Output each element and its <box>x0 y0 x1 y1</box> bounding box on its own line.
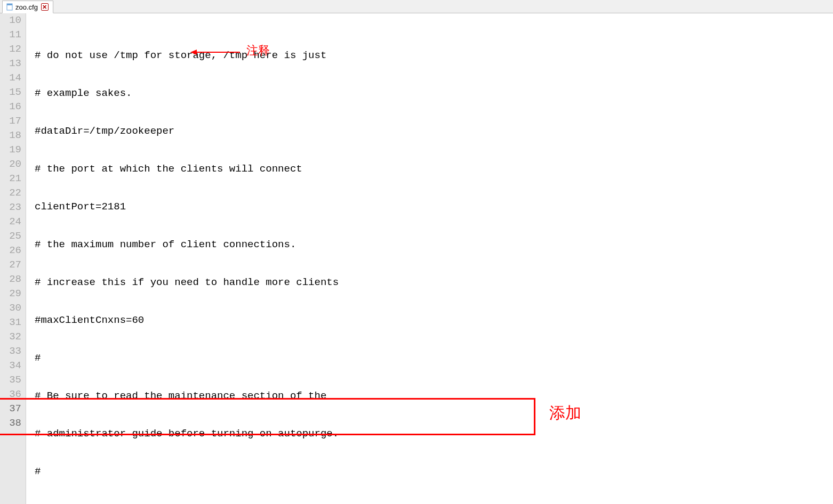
line-number: 26 <box>2 243 21 258</box>
line-number: 32 <box>2 330 21 344</box>
line-number: 17 <box>2 114 21 128</box>
code-line: # example sakes. <box>35 86 833 101</box>
line-number: 35 <box>2 373 21 387</box>
line-number: 20 <box>2 157 21 172</box>
line-number: 25 <box>2 229 21 243</box>
line-number: 30 <box>2 301 21 315</box>
line-number: 28 <box>2 272 21 287</box>
line-number: 21 <box>2 172 21 186</box>
code-line: #maxClientCnxns=60 <box>35 313 833 328</box>
line-number: 18 <box>2 128 21 143</box>
code-line: # administrator guide before turning on … <box>35 427 833 441</box>
code-line: # <box>35 351 833 365</box>
line-number: 10 <box>2 13 21 28</box>
code-editor[interactable]: 10 11 12 13 14 15 16 17 18 19 20 21 22 2… <box>0 13 833 504</box>
line-number: 38 <box>2 416 21 430</box>
line-number: 15 <box>2 85 21 100</box>
line-number: 27 <box>2 258 21 272</box>
code-line: # the maximum number of client connectio… <box>35 238 833 252</box>
file-tab[interactable]: zoo.cfg ✕ <box>2 1 53 13</box>
code-line: #dataDir=/tmp/zookeeper <box>35 124 833 139</box>
line-number: 33 <box>2 344 21 359</box>
line-number: 13 <box>2 56 21 71</box>
line-number: 37 <box>2 402 21 416</box>
close-icon[interactable]: ✕ <box>41 3 49 11</box>
svg-rect-1 <box>7 4 12 5</box>
code-line: # <box>35 465 833 479</box>
code-line: # do not use /tmp for storage, /tmp here… <box>35 48 833 63</box>
code-area[interactable]: # do not use /tmp for storage, /tmp here… <box>26 13 833 504</box>
code-line: # Be sure to read the maintenance sectio… <box>35 389 833 403</box>
line-number: 23 <box>2 200 21 215</box>
line-number: 31 <box>2 315 21 330</box>
line-number: 22 <box>2 186 21 200</box>
code-line: # the port at which the clients will con… <box>35 162 833 176</box>
line-number: 24 <box>2 215 21 229</box>
line-number-gutter: 10 11 12 13 14 15 16 17 18 19 20 21 22 2… <box>0 13 26 504</box>
line-number: 12 <box>2 42 21 56</box>
code-line: clientPort=2181 <box>35 200 833 214</box>
line-number: 14 <box>2 71 21 85</box>
file-icon <box>6 3 13 11</box>
line-number: 19 <box>2 143 21 157</box>
line-number: 11 <box>2 28 21 42</box>
line-number: 36 <box>2 387 21 402</box>
line-number: 29 <box>2 287 21 301</box>
tab-filename: zoo.cfg <box>15 3 38 11</box>
line-number: 34 <box>2 359 21 373</box>
line-number: 16 <box>2 100 21 114</box>
tab-bar: zoo.cfg ✕ <box>0 0 833 13</box>
code-line: # increase this if you need to handle mo… <box>35 275 833 290</box>
